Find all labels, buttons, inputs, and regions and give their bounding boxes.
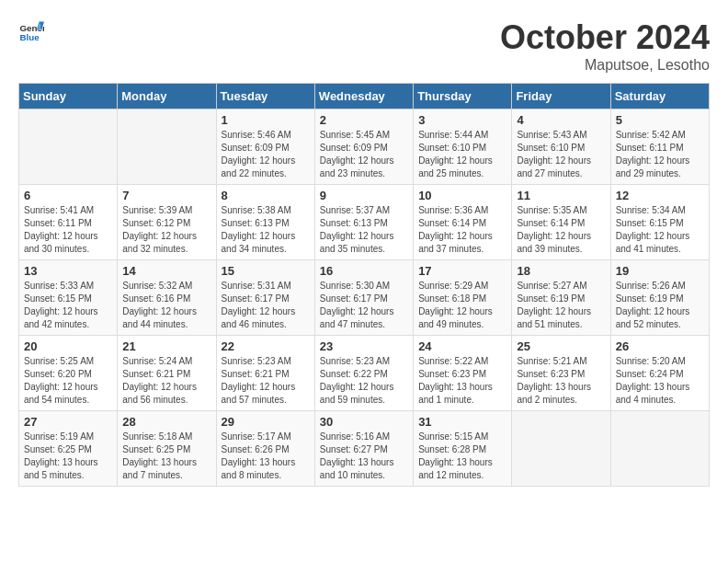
day-header-wednesday: Wednesday <box>314 84 413 109</box>
day-number: 28 <box>122 415 210 429</box>
cell-content: Sunrise: 5:15 AM Sunset: 6:28 PM Dayligh… <box>418 431 506 482</box>
cell-content: Sunrise: 5:36 AM Sunset: 6:14 PM Dayligh… <box>418 204 506 256</box>
calendar-cell: 24Sunrise: 5:22 AM Sunset: 6:23 PM Dayli… <box>414 336 512 411</box>
calendar-week-1: 1Sunrise: 5:46 AM Sunset: 6:09 PM Daylig… <box>19 109 710 185</box>
calendar-cell: 18Sunrise: 5:27 AM Sunset: 6:19 PM Dayli… <box>512 260 610 336</box>
cell-content: Sunrise: 5:24 AM Sunset: 6:21 PM Dayligh… <box>122 355 210 407</box>
calendar-cell: 12Sunrise: 5:34 AM Sunset: 6:15 PM Dayli… <box>610 185 709 260</box>
day-number: 23 <box>320 339 408 353</box>
calendar-cell: 23Sunrise: 5:23 AM Sunset: 6:22 PM Dayli… <box>314 336 413 411</box>
calendar-cell: 15Sunrise: 5:31 AM Sunset: 6:17 PM Dayli… <box>216 260 314 336</box>
day-header-friday: Friday <box>512 84 610 109</box>
day-header-sunday: Sunday <box>19 84 118 109</box>
calendar-cell <box>610 411 709 487</box>
calendar-cell: 2Sunrise: 5:45 AM Sunset: 6:09 PM Daylig… <box>314 109 413 185</box>
calendar-cell: 28Sunrise: 5:18 AM Sunset: 6:25 PM Dayli… <box>118 411 216 487</box>
location-title: Maputsoe, Lesotho <box>500 57 710 74</box>
cell-content: Sunrise: 5:23 AM Sunset: 6:22 PM Dayligh… <box>320 355 408 407</box>
calendar-cell: 7Sunrise: 5:39 AM Sunset: 6:12 PM Daylig… <box>118 185 216 260</box>
day-number: 6 <box>24 189 112 202</box>
calendar-cell: 1Sunrise: 5:46 AM Sunset: 6:09 PM Daylig… <box>216 109 314 185</box>
day-number: 22 <box>222 339 310 353</box>
day-number: 19 <box>616 264 704 278</box>
calendar-cell: 6Sunrise: 5:41 AM Sunset: 6:11 PM Daylig… <box>19 185 118 260</box>
cell-content: Sunrise: 5:35 AM Sunset: 6:14 PM Dayligh… <box>517 204 605 256</box>
cell-content: Sunrise: 5:38 AM Sunset: 6:13 PM Dayligh… <box>222 204 310 256</box>
cell-content: Sunrise: 5:27 AM Sunset: 6:19 PM Dayligh… <box>517 280 605 331</box>
day-number: 15 <box>222 264 310 278</box>
logo-icon: General Blue <box>18 18 44 44</box>
cell-content: Sunrise: 5:41 AM Sunset: 6:11 PM Dayligh… <box>24 204 112 256</box>
cell-content: Sunrise: 5:37 AM Sunset: 6:13 PM Dayligh… <box>320 204 408 256</box>
cell-content: Sunrise: 5:42 AM Sunset: 6:11 PM Dayligh… <box>616 129 704 180</box>
page-header: General Blue October 2024 Maputsoe, Leso… <box>18 18 710 74</box>
cell-content: Sunrise: 5:34 AM Sunset: 6:15 PM Dayligh… <box>616 204 704 256</box>
calendar-cell: 29Sunrise: 5:17 AM Sunset: 6:26 PM Dayli… <box>216 411 314 487</box>
day-number: 1 <box>222 113 310 127</box>
day-number: 17 <box>418 264 506 278</box>
day-number: 30 <box>320 415 408 429</box>
cell-content: Sunrise: 5:32 AM Sunset: 6:16 PM Dayligh… <box>122 280 210 331</box>
day-number: 16 <box>320 264 408 278</box>
calendar-cell: 25Sunrise: 5:21 AM Sunset: 6:23 PM Dayli… <box>512 336 610 411</box>
day-number: 2 <box>320 113 408 127</box>
cell-content: Sunrise: 5:45 AM Sunset: 6:09 PM Dayligh… <box>320 129 408 180</box>
cell-content: Sunrise: 5:19 AM Sunset: 6:25 PM Dayligh… <box>24 431 112 482</box>
cell-content: Sunrise: 5:25 AM Sunset: 6:20 PM Dayligh… <box>24 355 112 407</box>
cell-content: Sunrise: 5:23 AM Sunset: 6:21 PM Dayligh… <box>222 355 310 407</box>
cell-content: Sunrise: 5:44 AM Sunset: 6:10 PM Dayligh… <box>418 129 506 180</box>
calendar-week-5: 27Sunrise: 5:19 AM Sunset: 6:25 PM Dayli… <box>19 411 710 487</box>
cell-content: Sunrise: 5:30 AM Sunset: 6:17 PM Dayligh… <box>320 280 408 331</box>
calendar-cell: 22Sunrise: 5:23 AM Sunset: 6:21 PM Dayli… <box>216 336 314 411</box>
calendar-week-4: 20Sunrise: 5:25 AM Sunset: 6:20 PM Dayli… <box>19 336 710 411</box>
calendar-cell <box>118 109 216 185</box>
cell-content: Sunrise: 5:26 AM Sunset: 6:19 PM Dayligh… <box>616 280 704 331</box>
cell-content: Sunrise: 5:16 AM Sunset: 6:27 PM Dayligh… <box>320 431 408 482</box>
calendar-table: SundayMondayTuesdayWednesdayThursdayFrid… <box>18 83 710 487</box>
calendar-cell: 5Sunrise: 5:42 AM Sunset: 6:11 PM Daylig… <box>610 109 709 185</box>
calendar-header-row: SundayMondayTuesdayWednesdayThursdayFrid… <box>19 84 710 109</box>
day-number: 7 <box>122 189 210 202</box>
day-number: 11 <box>517 189 605 202</box>
day-header-tuesday: Tuesday <box>216 84 314 109</box>
day-number: 4 <box>517 113 605 127</box>
calendar-cell <box>512 411 610 487</box>
day-header-thursday: Thursday <box>414 84 512 109</box>
day-number: 21 <box>122 339 210 353</box>
calendar-cell <box>19 109 118 185</box>
cell-content: Sunrise: 5:18 AM Sunset: 6:25 PM Dayligh… <box>122 431 210 482</box>
day-number: 8 <box>222 189 310 202</box>
day-number: 24 <box>418 339 506 353</box>
day-number: 3 <box>418 113 506 127</box>
calendar-cell: 31Sunrise: 5:15 AM Sunset: 6:28 PM Dayli… <box>414 411 512 487</box>
cell-content: Sunrise: 5:43 AM Sunset: 6:10 PM Dayligh… <box>517 129 605 180</box>
calendar-cell: 21Sunrise: 5:24 AM Sunset: 6:21 PM Dayli… <box>118 336 216 411</box>
day-number: 12 <box>616 189 704 202</box>
calendar-cell: 19Sunrise: 5:26 AM Sunset: 6:19 PM Dayli… <box>610 260 709 336</box>
day-number: 31 <box>418 415 506 429</box>
day-number: 5 <box>616 113 704 127</box>
cell-content: Sunrise: 5:46 AM Sunset: 6:09 PM Dayligh… <box>222 129 310 180</box>
calendar-cell: 26Sunrise: 5:20 AM Sunset: 6:24 PM Dayli… <box>610 336 709 411</box>
calendar-cell: 11Sunrise: 5:35 AM Sunset: 6:14 PM Dayli… <box>512 185 610 260</box>
calendar-cell: 16Sunrise: 5:30 AM Sunset: 6:17 PM Dayli… <box>314 260 413 336</box>
day-number: 27 <box>24 415 112 429</box>
day-number: 20 <box>24 339 112 353</box>
cell-content: Sunrise: 5:39 AM Sunset: 6:12 PM Dayligh… <box>122 204 210 256</box>
calendar-cell: 4Sunrise: 5:43 AM Sunset: 6:10 PM Daylig… <box>512 109 610 185</box>
cell-content: Sunrise: 5:33 AM Sunset: 6:15 PM Dayligh… <box>24 280 112 331</box>
cell-content: Sunrise: 5:17 AM Sunset: 6:26 PM Dayligh… <box>222 431 310 482</box>
calendar-week-3: 13Sunrise: 5:33 AM Sunset: 6:15 PM Dayli… <box>19 260 710 336</box>
day-number: 14 <box>122 264 210 278</box>
day-header-saturday: Saturday <box>610 84 709 109</box>
calendar-week-2: 6Sunrise: 5:41 AM Sunset: 6:11 PM Daylig… <box>19 185 710 260</box>
calendar-cell: 14Sunrise: 5:32 AM Sunset: 6:16 PM Dayli… <box>118 260 216 336</box>
day-number: 13 <box>24 264 112 278</box>
calendar-cell: 20Sunrise: 5:25 AM Sunset: 6:20 PM Dayli… <box>19 336 118 411</box>
calendar-cell: 9Sunrise: 5:37 AM Sunset: 6:13 PM Daylig… <box>314 185 413 260</box>
day-number: 25 <box>517 339 605 353</box>
day-number: 18 <box>517 264 605 278</box>
calendar-cell: 8Sunrise: 5:38 AM Sunset: 6:13 PM Daylig… <box>216 185 314 260</box>
title-block: October 2024 Maputsoe, Lesotho <box>500 18 710 74</box>
calendar-cell: 17Sunrise: 5:29 AM Sunset: 6:18 PM Dayli… <box>414 260 512 336</box>
